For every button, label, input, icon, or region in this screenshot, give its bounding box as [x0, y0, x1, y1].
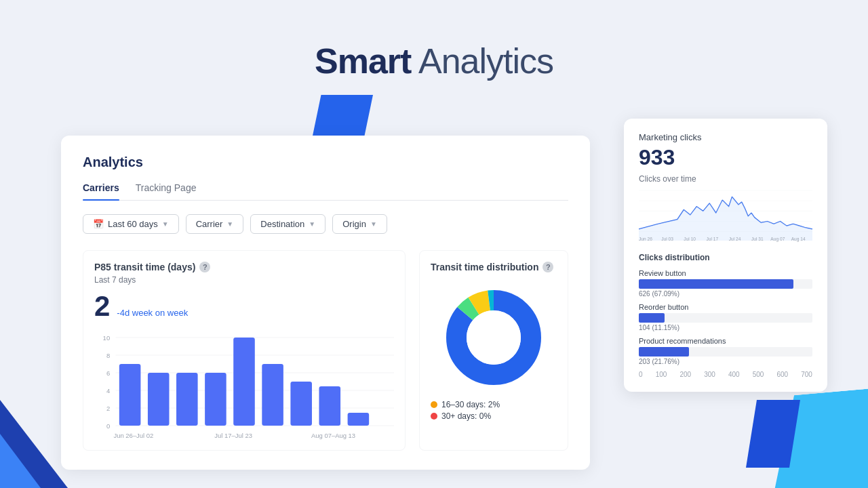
dist-bar-fill-review [639, 279, 793, 289]
analytics-card: Analytics Carriers Tracking Page 📅 Last … [61, 136, 590, 470]
deco-bottom-left [0, 380, 81, 488]
legend-dot [431, 413, 437, 420]
legend-item-30plus: 30+ days: 0% [431, 411, 500, 421]
p85-card: P85 transit time (days) ? Last 7 days 2 … [83, 250, 406, 451]
chevron-down-icon: ▼ [162, 220, 169, 228]
marketing-line-chart: 50 40 30 20 10 Jun 26 Jul 03 Jul 10 Jul … [639, 189, 812, 243]
dist-bar-value-review: 626 (67.09%) [639, 290, 812, 298]
svg-rect-17 [262, 364, 283, 426]
p85-header: P85 transit time (days) ? [94, 262, 394, 272]
p85-bar-chart: 10 8 6 4 2 0 [94, 331, 394, 439]
svg-text:Aug 07–Aug 13: Aug 07–Aug 13 [311, 432, 355, 439]
calendar-icon: 📅 [93, 219, 104, 229]
deco-bottom-right [732, 352, 868, 488]
svg-rect-20 [348, 413, 370, 426]
svg-text:Jul 17–Jul 23: Jul 17–Jul 23 [214, 432, 252, 439]
dist-bar-label-product: Product recommendations [639, 337, 812, 345]
dist-bar-track-review [639, 279, 812, 289]
svg-marker-39 [639, 197, 812, 241]
filters: 📅 Last 60 days ▼ Carrier ▼ Destination ▼… [83, 214, 568, 234]
svg-text:Aug 07: Aug 07 [770, 237, 785, 242]
filter-destination-label: Destination [260, 219, 304, 229]
marketing-card: Marketing clicks 933 Clicks over time 50… [624, 119, 827, 392]
page-title: Smart Analytics [0, 41, 868, 81]
p85-period: Last 7 days [94, 275, 394, 285]
tabs: Carriers Tracking Page [83, 182, 568, 201]
svg-text:Jun 26–Jul 02: Jun 26–Jul 02 [113, 432, 153, 439]
svg-rect-18 [290, 382, 312, 426]
svg-text:Aug 14: Aug 14 [791, 237, 806, 242]
legend-dot [431, 401, 437, 408]
filter-origin[interactable]: Origin ▼ [332, 214, 387, 234]
svg-rect-19 [319, 386, 341, 426]
page-title-area: Smart Analytics [0, 41, 868, 81]
p85-chart-svg: 10 8 6 4 2 0 [94, 331, 394, 439]
transit-card: Transit time distribution ? [419, 250, 568, 451]
marketing-label: Marketing clicks [639, 132, 812, 142]
chevron-down-icon: ▼ [226, 220, 233, 228]
filter-carrier-label: Carrier [196, 219, 223, 229]
filter-origin-label: Origin [342, 219, 366, 229]
filter-date[interactable]: 📅 Last 60 days ▼ [83, 214, 179, 234]
svg-rect-15 [205, 373, 226, 426]
analytics-section-title: Analytics [83, 155, 568, 170]
svg-point-28 [467, 310, 521, 365]
svg-text:10: 10 [103, 335, 111, 342]
legend: 16–30 days: 2% 30+ days: 0% [431, 400, 500, 423]
chevron-down-icon: ▼ [309, 220, 315, 228]
filter-destination[interactable]: Destination ▼ [250, 214, 326, 234]
svg-text:6: 6 [106, 370, 110, 377]
dist-bar-review: Review button 626 (67.09%) [639, 269, 812, 298]
dist-bar-reorder: Reorder button 104 (11.15%) [639, 303, 812, 331]
chevron-down-icon: ▼ [370, 220, 377, 228]
svg-text:8: 8 [106, 352, 110, 359]
svg-rect-13 [148, 373, 170, 426]
dist-bar-track-reorder [639, 313, 812, 323]
distribution-title: Clicks distribution [639, 253, 812, 262]
marketing-line-svg: 50 40 30 20 10 Jun 26 Jul 03 Jul 10 Jul … [639, 189, 812, 243]
tab-tracking-page[interactable]: Tracking Page [136, 182, 197, 200]
filter-date-label: Last 60 days [108, 219, 158, 229]
svg-text:Jul 03: Jul 03 [661, 237, 673, 241]
svg-rect-14 [176, 373, 198, 426]
transit-title: Transit time distribution ? [431, 262, 553, 272]
dist-bar-value-reorder: 104 (11.15%) [639, 324, 812, 331]
svg-text:0: 0 [106, 423, 110, 430]
svg-text:Jul 10: Jul 10 [684, 237, 696, 241]
svg-text:Jul 17: Jul 17 [707, 237, 719, 241]
p85-value: 2 -4d week on week [94, 290, 394, 323]
legend-item-16-30: 16–30 days: 2% [431, 400, 500, 409]
svg-text:Jul 31: Jul 31 [751, 237, 764, 241]
tab-carriers[interactable]: Carriers [83, 182, 119, 200]
svg-text:Jun 26: Jun 26 [639, 237, 652, 241]
charts-row: P85 transit time (days) ? Last 7 days 2 … [83, 250, 568, 451]
dist-bar-label-reorder: Reorder button [639, 303, 812, 311]
svg-text:Jul 24: Jul 24 [729, 237, 741, 241]
svg-rect-12 [119, 364, 141, 426]
p85-title: P85 transit time (days) [94, 262, 195, 272]
dist-bar-fill-product [639, 347, 689, 357]
donut-chart [439, 283, 548, 392]
help-icon[interactable]: ? [542, 262, 553, 272]
help-icon[interactable]: ? [199, 262, 210, 272]
dist-bar-label-review: Review button [639, 269, 812, 277]
logo-shape [312, 95, 373, 139]
p85-delta: -4d week on week [117, 308, 188, 318]
svg-text:2: 2 [106, 405, 110, 412]
donut-svg [439, 283, 548, 392]
dist-bar-fill-reorder [639, 313, 665, 323]
marketing-value: 933 [639, 145, 812, 170]
svg-text:4: 4 [106, 388, 110, 394]
filter-carrier[interactable]: Carrier ▼ [186, 214, 244, 234]
svg-rect-16 [233, 338, 255, 426]
marketing-subtitle: Clicks over time [639, 174, 812, 184]
